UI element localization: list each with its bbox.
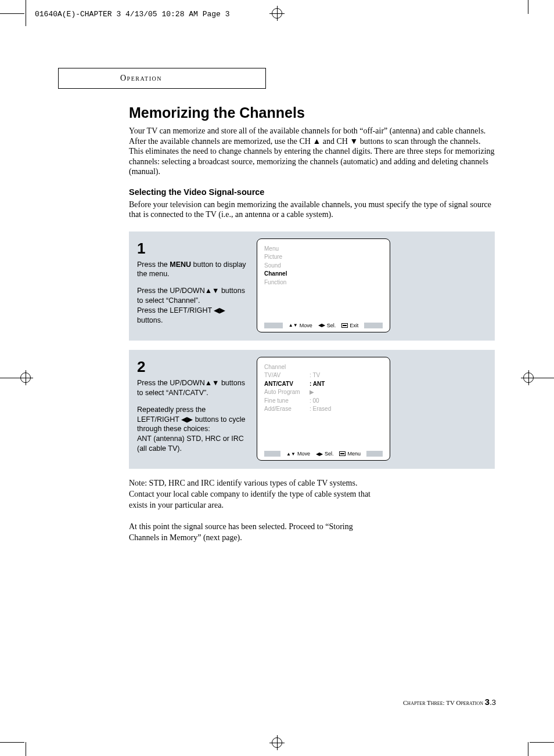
crop-mark xyxy=(528,742,528,756)
section-tab-label: Operation xyxy=(120,74,162,83)
crop-mark xyxy=(26,0,26,26)
osd-menu-item: Function xyxy=(264,278,383,287)
osd-row-value: : ANT xyxy=(310,380,325,389)
step-text-fragment: Press the UP/DOWN▲▼ buttons to select “C… xyxy=(137,287,245,305)
note-paragraph: At this point the signal source has been… xyxy=(129,522,373,544)
osd-footer-action: Menu xyxy=(347,451,361,457)
osd-footer-action: Exit xyxy=(350,323,358,328)
crop-mark xyxy=(528,0,528,14)
menu-icon xyxy=(339,451,346,456)
osd-menu-item-active: Channel xyxy=(264,270,383,278)
osd-footer-bar xyxy=(366,451,383,457)
osd-footer-move: Move xyxy=(300,323,312,328)
step-instruction: Press the MENU button to display the men… xyxy=(137,260,247,280)
updown-arrows-icon: ▲▼ xyxy=(286,451,296,457)
footer-chapter: Chapter Three: TV Operation xyxy=(403,699,485,706)
osd-menu-header: Channel xyxy=(264,363,383,372)
step-number: 2 xyxy=(137,357,247,377)
step-instruction: Repeatedly press the LEFT/RIGHT ◀▶ butto… xyxy=(137,405,247,454)
osd-screen: Channel TV/AV : TV ANT/CATV : ANT Auto P… xyxy=(257,357,390,461)
section-description: Before your television can begin memoriz… xyxy=(129,200,495,220)
osd-row-value: ▶ xyxy=(310,388,314,397)
crop-mark xyxy=(0,13,24,14)
step-instruction: Press the UP/DOWN▲▼ buttons to select “C… xyxy=(137,286,247,325)
registration-mark-icon xyxy=(523,372,534,383)
step-text-fragment: Press the LEFT/RIGHT ◀▶ buttons. xyxy=(137,306,225,324)
osd-footer-bar xyxy=(264,323,283,328)
osd-menu-row: TV/AV : TV xyxy=(264,371,383,380)
osd-menu-header: Menu xyxy=(264,245,383,254)
updown-arrows-icon: ▲▼ xyxy=(289,323,298,328)
note-paragraph: Note: STD, HRC and IRC identify various … xyxy=(129,478,373,511)
step-instruction: Press the UP/DOWN▲▼ buttons to select “A… xyxy=(137,378,247,398)
osd-row-value: : TV xyxy=(310,371,320,380)
step-text-fragment: Press the xyxy=(137,261,170,269)
step-text-bold: MENU xyxy=(170,261,191,269)
osd-row-value: : Erased xyxy=(310,405,331,414)
print-header-meta: 01640A(E)-CHAPTER 3 4/13/05 10:28 AM Pag… xyxy=(35,10,229,19)
crop-mark xyxy=(26,742,26,756)
osd-footer-move: Move xyxy=(297,451,310,457)
registration-mark-icon xyxy=(20,372,31,383)
footer-page-major: 3 xyxy=(485,697,490,707)
osd-row-label: Add/Erase xyxy=(264,405,310,414)
step-2-box: 2 Press the UP/DOWN▲▼ buttons to select … xyxy=(129,350,495,469)
osd-footer-bar xyxy=(364,323,383,328)
osd-row-value: : 00 xyxy=(310,397,319,406)
registration-mark-icon xyxy=(272,737,282,748)
step-text-fragment: Repeatedly press the LEFT/RIGHT ◀▶ butto… xyxy=(137,406,246,433)
crop-mark xyxy=(530,742,554,743)
leftright-arrows-icon: ◀▶ xyxy=(318,323,325,328)
osd-menu-item: Picture xyxy=(264,253,383,262)
registration-mark-icon xyxy=(272,8,282,19)
menu-icon xyxy=(341,323,348,328)
osd-menu-row: Add/Erase : Erased xyxy=(264,405,383,414)
osd-footer: ▲▼Move ◀▶Sel. Menu xyxy=(264,451,383,457)
osd-screen: Menu Picture Sound Channel Function ▲▼Mo… xyxy=(257,238,390,332)
osd-row-label: Auto Program xyxy=(264,388,310,397)
osd-footer: ▲▼Move ◀▶Sel. Exit xyxy=(264,323,383,328)
osd-menu-item: Sound xyxy=(264,262,383,270)
intro-paragraph: Your TV can memorize and store all of th… xyxy=(129,126,495,177)
osd-menu-row-active: ANT/CATV : ANT xyxy=(264,380,383,389)
osd-row-label: TV/AV xyxy=(264,371,310,380)
footer-page-minor: .3 xyxy=(490,698,496,707)
page-title: Memorizing the Channels xyxy=(129,104,495,121)
step-text-fragment: ANT (antenna) STD, HRC or IRC (all cable… xyxy=(137,435,244,453)
osd-footer-bar xyxy=(264,451,280,457)
osd-footer-sel: Sel. xyxy=(327,323,336,328)
osd-row-label: Fine tune xyxy=(264,397,310,406)
osd-menu-row: Fine tune : 00 xyxy=(264,397,383,406)
leftright-arrows-icon: ◀▶ xyxy=(316,451,323,457)
section-subtitle: Selecting the Video Signal-source xyxy=(129,187,495,197)
crop-mark xyxy=(0,742,24,743)
osd-menu-row: Auto Program ▶ xyxy=(264,388,383,397)
osd-row-label: ANT/CATV xyxy=(264,380,310,389)
step-number: 1 xyxy=(137,238,247,259)
step-1-box: 1 Press the MENU button to display the m… xyxy=(129,231,495,341)
section-tab: Operation xyxy=(58,68,266,89)
osd-footer-sel: Sel. xyxy=(325,451,334,457)
page-footer: Chapter Three: TV Operation 3.3 xyxy=(403,697,496,707)
